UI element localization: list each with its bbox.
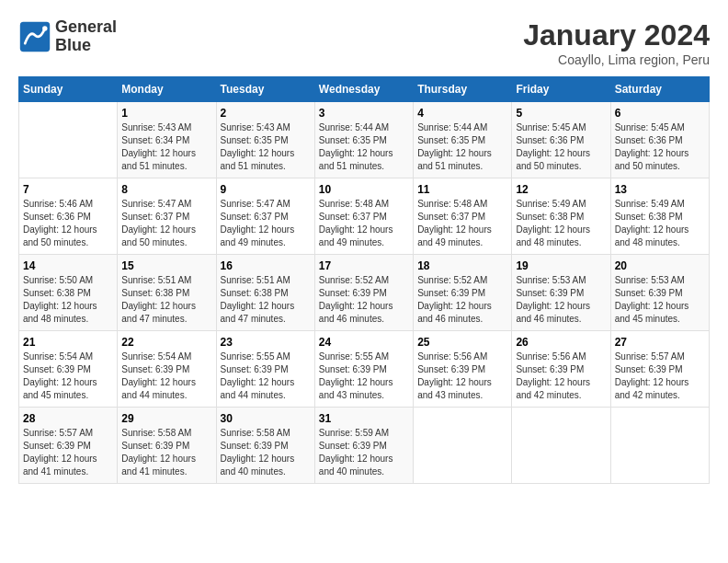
header-cell-saturday: Saturday: [610, 77, 709, 102]
day-number: 12: [516, 183, 606, 196]
day-number: 19: [516, 259, 606, 272]
day-number: 22: [121, 336, 211, 349]
day-number: 3: [319, 107, 409, 120]
day-info: Sunrise: 5:44 AMSunset: 6:35 PMDaylight:…: [417, 121, 507, 173]
header-cell-monday: Monday: [118, 77, 216, 102]
svg-point-1: [42, 26, 47, 30]
header: General Blue January 2024 Coayllo, Lima …: [18, 18, 710, 67]
logo: General Blue: [18, 18, 117, 55]
day-number: 11: [417, 183, 507, 196]
week-row-2: 7Sunrise: 5:46 AMSunset: 6:36 PMDaylight…: [19, 178, 710, 255]
day-number: 31: [319, 412, 409, 425]
day-info: Sunrise: 5:57 AMSunset: 6:39 PMDaylight:…: [615, 350, 705, 402]
calendar-cell: [414, 408, 512, 484]
header-row: SundayMondayTuesdayWednesdayThursdayFrid…: [19, 77, 710, 102]
calendar-cell: [610, 408, 709, 484]
main-title: January 2024: [523, 18, 710, 52]
day-info: Sunrise: 5:49 AMSunset: 6:38 PMDaylight:…: [516, 198, 606, 249]
day-info: Sunrise: 5:43 AMSunset: 6:34 PMDaylight:…: [121, 121, 211, 173]
day-number: 7: [23, 183, 113, 196]
calendar-cell: 25Sunrise: 5:56 AMSunset: 6:39 PMDayligh…: [414, 331, 512, 408]
calendar-body: 1Sunrise: 5:43 AMSunset: 6:34 PMDaylight…: [19, 102, 710, 484]
day-info: Sunrise: 5:46 AMSunset: 6:36 PMDaylight:…: [23, 198, 113, 249]
day-info: Sunrise: 5:48 AMSunset: 6:37 PMDaylight:…: [319, 198, 409, 249]
calendar-cell: 12Sunrise: 5:49 AMSunset: 6:38 PMDayligh…: [512, 178, 610, 255]
day-info: Sunrise: 5:55 AMSunset: 6:39 PMDaylight:…: [221, 350, 311, 402]
day-number: 15: [121, 259, 211, 272]
calendar-cell: 5Sunrise: 5:45 AMSunset: 6:36 PMDaylight…: [512, 102, 610, 178]
week-row-3: 14Sunrise: 5:50 AMSunset: 6:38 PMDayligh…: [19, 255, 710, 331]
day-info: Sunrise: 5:53 AMSunset: 6:39 PMDaylight:…: [615, 274, 705, 326]
calendar-cell: 1Sunrise: 5:43 AMSunset: 6:34 PMDaylight…: [118, 102, 216, 178]
calendar-table: SundayMondayTuesdayWednesdayThursdayFrid…: [18, 76, 710, 484]
day-number: 23: [221, 336, 311, 349]
day-info: Sunrise: 5:43 AMSunset: 6:35 PMDaylight:…: [221, 121, 311, 173]
calendar-cell: 19Sunrise: 5:53 AMSunset: 6:39 PMDayligh…: [512, 255, 610, 331]
calendar-cell: 15Sunrise: 5:51 AMSunset: 6:38 PMDayligh…: [118, 255, 216, 331]
calendar-cell: 20Sunrise: 5:53 AMSunset: 6:39 PMDayligh…: [610, 255, 709, 331]
day-info: Sunrise: 5:58 AMSunset: 6:39 PMDaylight:…: [121, 427, 211, 478]
calendar-cell: 11Sunrise: 5:48 AMSunset: 6:37 PMDayligh…: [414, 178, 512, 255]
day-info: Sunrise: 5:45 AMSunset: 6:36 PMDaylight:…: [516, 121, 606, 173]
day-number: 20: [615, 259, 705, 272]
calendar-cell: 13Sunrise: 5:49 AMSunset: 6:38 PMDayligh…: [610, 178, 709, 255]
day-number: 18: [417, 259, 507, 272]
day-info: Sunrise: 5:56 AMSunset: 6:39 PMDaylight:…: [417, 350, 507, 402]
day-info: Sunrise: 5:53 AMSunset: 6:39 PMDaylight:…: [516, 274, 606, 326]
header-cell-tuesday: Tuesday: [216, 77, 314, 102]
day-info: Sunrise: 5:54 AMSunset: 6:39 PMDaylight:…: [121, 350, 211, 402]
day-info: Sunrise: 5:48 AMSunset: 6:37 PMDaylight:…: [417, 198, 507, 249]
day-number: 24: [319, 336, 409, 349]
logo-icon: [18, 20, 51, 53]
week-row-4: 21Sunrise: 5:54 AMSunset: 6:39 PMDayligh…: [19, 331, 710, 408]
day-info: Sunrise: 5:58 AMSunset: 6:39 PMDaylight:…: [221, 427, 311, 478]
calendar-cell: 27Sunrise: 5:57 AMSunset: 6:39 PMDayligh…: [610, 331, 709, 408]
calendar-cell: 8Sunrise: 5:47 AMSunset: 6:37 PMDaylight…: [118, 178, 216, 255]
day-info: Sunrise: 5:44 AMSunset: 6:35 PMDaylight:…: [319, 121, 409, 173]
day-number: 16: [221, 259, 311, 272]
day-info: Sunrise: 5:57 AMSunset: 6:39 PMDaylight:…: [23, 427, 113, 478]
day-number: 8: [121, 183, 211, 196]
calendar-cell: 2Sunrise: 5:43 AMSunset: 6:35 PMDaylight…: [216, 102, 314, 178]
calendar-cell: [512, 408, 610, 484]
calendar-cell: 28Sunrise: 5:57 AMSunset: 6:39 PMDayligh…: [19, 408, 118, 484]
day-info: Sunrise: 5:47 AMSunset: 6:37 PMDaylight:…: [221, 198, 311, 249]
day-info: Sunrise: 5:54 AMSunset: 6:39 PMDaylight:…: [23, 350, 113, 402]
day-number: 6: [615, 107, 705, 120]
calendar-cell: 22Sunrise: 5:54 AMSunset: 6:39 PMDayligh…: [118, 331, 216, 408]
calendar-cell: 23Sunrise: 5:55 AMSunset: 6:39 PMDayligh…: [216, 331, 314, 408]
calendar-cell: 17Sunrise: 5:52 AMSunset: 6:39 PMDayligh…: [314, 255, 413, 331]
header-cell-thursday: Thursday: [414, 77, 512, 102]
header-cell-friday: Friday: [512, 77, 610, 102]
day-number: 9: [221, 183, 311, 196]
calendar-cell: 18Sunrise: 5:52 AMSunset: 6:39 PMDayligh…: [414, 255, 512, 331]
calendar-header: SundayMondayTuesdayWednesdayThursdayFrid…: [19, 77, 710, 102]
day-number: 14: [23, 259, 113, 272]
calendar-cell: 4Sunrise: 5:44 AMSunset: 6:35 PMDaylight…: [414, 102, 512, 178]
week-row-1: 1Sunrise: 5:43 AMSunset: 6:34 PMDaylight…: [19, 102, 710, 178]
week-row-5: 28Sunrise: 5:57 AMSunset: 6:39 PMDayligh…: [19, 408, 710, 484]
day-info: Sunrise: 5:51 AMSunset: 6:38 PMDaylight:…: [121, 274, 211, 326]
header-cell-wednesday: Wednesday: [314, 77, 413, 102]
day-info: Sunrise: 5:56 AMSunset: 6:39 PMDaylight:…: [516, 350, 606, 402]
day-info: Sunrise: 5:59 AMSunset: 6:39 PMDaylight:…: [319, 427, 409, 478]
subtitle: Coayllo, Lima region, Peru: [523, 52, 710, 67]
day-info: Sunrise: 5:47 AMSunset: 6:37 PMDaylight:…: [121, 198, 211, 249]
calendar-cell: 16Sunrise: 5:51 AMSunset: 6:38 PMDayligh…: [216, 255, 314, 331]
day-number: 1: [121, 107, 211, 120]
day-number: 30: [221, 412, 311, 425]
header-cell-sunday: Sunday: [19, 77, 118, 102]
calendar-cell: 24Sunrise: 5:55 AMSunset: 6:39 PMDayligh…: [314, 331, 413, 408]
day-info: Sunrise: 5:45 AMSunset: 6:36 PMDaylight:…: [615, 121, 705, 173]
calendar-cell: 3Sunrise: 5:44 AMSunset: 6:35 PMDaylight…: [314, 102, 413, 178]
day-number: 29: [121, 412, 211, 425]
calendar-cell: 31Sunrise: 5:59 AMSunset: 6:39 PMDayligh…: [314, 408, 413, 484]
day-info: Sunrise: 5:50 AMSunset: 6:38 PMDaylight:…: [23, 274, 113, 326]
day-number: 17: [319, 259, 409, 272]
day-number: 25: [417, 336, 507, 349]
calendar-cell: 21Sunrise: 5:54 AMSunset: 6:39 PMDayligh…: [19, 331, 118, 408]
calendar-cell: 10Sunrise: 5:48 AMSunset: 6:37 PMDayligh…: [314, 178, 413, 255]
day-info: Sunrise: 5:51 AMSunset: 6:38 PMDaylight:…: [221, 274, 311, 326]
calendar-cell: 7Sunrise: 5:46 AMSunset: 6:36 PMDaylight…: [19, 178, 118, 255]
day-info: Sunrise: 5:52 AMSunset: 6:39 PMDaylight:…: [319, 274, 409, 326]
